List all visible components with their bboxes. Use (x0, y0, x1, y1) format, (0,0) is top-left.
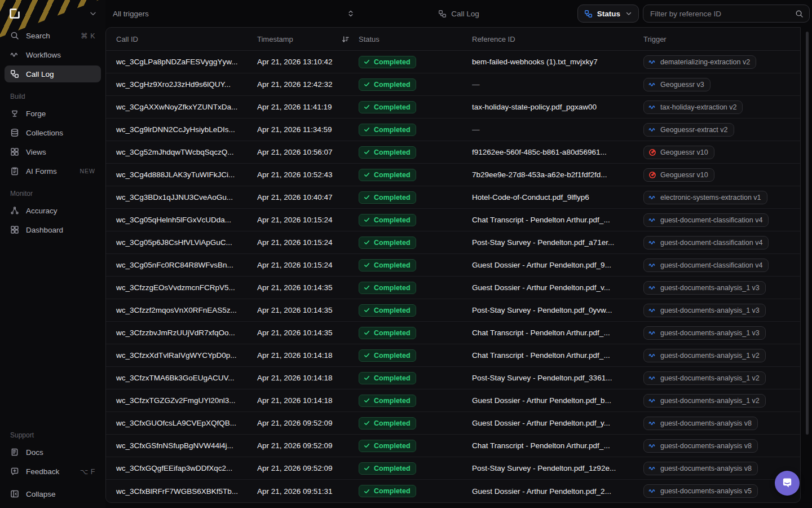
table-row[interactable]: wc_3Cg52mJhdqwTWcbqSqczQ... Apr 21, 2026… (106, 141, 800, 164)
table-row[interactable]: wc_3CfzzgEOsVvdzmcnFCRpV5... Apr 21, 202… (106, 277, 800, 299)
trigger-badge[interactable]: guest-documents-analysis_1 v3 (643, 281, 766, 295)
check-icon (363, 126, 370, 133)
status-badge: Completed (359, 124, 416, 136)
sidebar-item-forge[interactable]: Forge (5, 105, 101, 122)
trigger-badge[interactable]: guest-documents-analysis v8 (643, 417, 758, 430)
sidebar-item-accuracy[interactable]: Accuracy (5, 202, 101, 219)
table-row[interactable]: wc_3Cg9lrDNN2CcJyHsiybLeDIs... Apr 21, 2… (106, 119, 800, 141)
workspace-chevron-down-icon[interactable] (89, 9, 98, 18)
table-row[interactable]: wc_3CfxGQgfEEifap3wDDfXqc2... Apr 21, 20… (106, 457, 800, 480)
table-row[interactable]: wc_3CgHz9Xro2J3zHd9s6lQUY... Apr 21, 202… (106, 73, 800, 96)
reference-id-cell: Chat Transcript - Pendelton Arthur.pdf_.… (472, 351, 643, 360)
table-row[interactable]: wc_3Cg3BDx1qJJNU3CveAoGu... Apr 21, 2026… (106, 186, 800, 209)
trigger-badge[interactable]: guest-documents-analysis_1 v2 (643, 394, 766, 408)
status-badge: Completed (359, 214, 416, 226)
table-row[interactable]: wc_3CfzxXdTvlRaIVgWYCYpD0p... Apr 21, 20… (106, 344, 800, 367)
check-icon (363, 374, 370, 382)
column-header-status[interactable]: Status (359, 28, 472, 50)
column-header-timestamp[interactable]: Timestamp (257, 28, 359, 50)
column-header-reference-id[interactable]: Reference ID (472, 28, 643, 50)
trigger-cell: Geoguessr v3 (643, 78, 800, 91)
sidebar-item-feedback[interactable]: Feedback ⌥ F (5, 463, 101, 480)
table-body: wc_3CgLPa8pNDZaFESVyggYyw... Apr 21, 202… (106, 51, 800, 502)
table-row[interactable]: wc_3CgAXXwNoyZfkxYZUNTxDa... Apr 21, 202… (106, 96, 800, 119)
trigger-badge[interactable]: guest-documents-analysis_1 v2 (643, 371, 766, 385)
table-row[interactable]: wc_3Cg05p6J8CsHfVLViApGuC... Apr 21, 202… (106, 231, 800, 254)
table-row[interactable]: wc_3CfzxTGZGZv2FmgUYl20nl3... Apr 21, 20… (106, 389, 800, 412)
trigger-badge[interactable]: guest-documents-analysis v8 (643, 462, 758, 475)
trigger-badge[interactable]: electronic-systems-extraction v1 (643, 191, 767, 204)
table-row[interactable]: wc_3Cg05qHelnh5lFGxVcUDda... Apr 21, 202… (106, 209, 800, 231)
trigger-badge[interactable]: guest-documents-analysis v8 (643, 439, 758, 453)
reference-filter-input[interactable] (650, 10, 795, 18)
sidebar-item-call-log[interactable]: Call Log (5, 65, 101, 82)
table-row[interactable]: wc_3CfxGUOfcsLA9CVEpXQfQB... Apr 21, 202… (106, 412, 800, 435)
sidebar-item-dashboard[interactable]: Dashboard (5, 221, 101, 238)
call-id-cell: wc_3CfzzgEOsVvdzmcnFCRpV5... (116, 283, 257, 292)
sidebar-item-search[interactable]: Search ⌘ K (5, 27, 101, 44)
column-header-call-id[interactable]: Call ID (116, 28, 257, 50)
call-id-cell: wc_3CfzxXdTvlRaIVgWYCYpD0p... (116, 351, 257, 360)
trigger-badge[interactable]: guest-documents-analysis_1 v3 (643, 326, 766, 340)
trigger-badge[interactable]: Geoguessr v3 (643, 78, 710, 91)
reference-id-cell: f91262ee-560f-485c-b861-a80d56961... (472, 148, 643, 156)
waveform-icon (648, 81, 656, 89)
chat-bubble-icon (781, 477, 793, 489)
waveform-icon (648, 306, 656, 314)
sidebar-item-docs[interactable]: Docs (5, 444, 101, 461)
trigger-badge[interactable]: dematerializing-extraction v2 (643, 55, 756, 69)
status-badge: Completed (359, 372, 416, 384)
trigger-badge[interactable]: Geoguessr v10 (643, 146, 714, 159)
sidebar-item-workflows[interactable]: Workflows (5, 46, 101, 63)
table-row[interactable]: wc_3CgLPa8pNDZaFESVyggYyw... Apr 21, 202… (106, 51, 800, 73)
trigger-cell: electronic-systems-extraction v1 (643, 191, 800, 204)
nodes-icon (10, 69, 19, 78)
check-icon (363, 442, 370, 449)
status-badge: Completed (359, 485, 416, 497)
timestamp-cell: Apr 21, 2026 11:41:19 (257, 103, 359, 111)
shortcut-hint: ⌥ F (80, 467, 95, 476)
table-row[interactable]: wc_3Cg05nFc0RC84R8WFvsBn... Apr 21, 2026… (106, 254, 800, 277)
anvil-icon (10, 109, 19, 118)
status-badge: Completed (359, 327, 416, 339)
trigger-badge[interactable]: guest-document-classification v4 (643, 213, 769, 227)
waveform-icon (648, 419, 656, 427)
trigger-badge[interactable]: tax-holiday-extraction v2 (643, 100, 743, 114)
trigger-cell: guest-documents-analysis v8 (643, 462, 800, 475)
table-row[interactable]: wc_3CfxBlRFrF7WGBS6XBKf5Tb... Apr 21, 20… (106, 480, 800, 502)
waveform-icon (648, 194, 656, 202)
status-badge: Completed (359, 259, 416, 271)
sidebar-item-ai-forms[interactable]: AI Forms NEW (5, 163, 101, 179)
table-row[interactable]: wc_3CfzxTMA6Bk3GoEUgACUV... Apr 21, 2026… (106, 367, 800, 389)
app-logo[interactable] (8, 7, 21, 20)
chat-support-button[interactable] (775, 471, 800, 496)
table-row[interactable]: wc_3CfzzbvJmRzUUjVdR7xfqOo... Apr 21, 20… (106, 322, 800, 344)
trigger-badge[interactable]: guest-documents-analysis_1 v2 (643, 349, 766, 362)
table-row[interactable]: wc_3Cfzzf2mqosVnX0RFnEAS5z... Apr 21, 20… (106, 299, 800, 322)
column-header-trigger[interactable]: Trigger (643, 28, 800, 50)
status-filter-button[interactable]: Status (577, 5, 639, 23)
section-label-monitor: Monitor (0, 182, 105, 202)
trigger-badge[interactable]: Geoguessr v10 (643, 168, 714, 182)
sidebar-item-collections[interactable]: Collections (5, 124, 101, 141)
vertical-scrollbar[interactable] (806, 32, 809, 435)
database-icon (10, 128, 19, 137)
trigger-filter-select[interactable]: All triggers (113, 0, 361, 27)
search-icon (795, 10, 804, 18)
trigger-cell: dematerializing-extraction v2 (643, 55, 800, 69)
sort-descending-icon[interactable] (341, 35, 350, 43)
trigger-cell: tax-holiday-extraction v2 (643, 100, 800, 114)
trigger-badge[interactable]: guest-documents-analysis_1 v3 (643, 304, 766, 317)
sidebar-item-collapse[interactable]: Collapse (5, 485, 101, 502)
trigger-badge[interactable]: guest-document-classification v4 (643, 236, 769, 249)
check-icon (363, 306, 370, 314)
trigger-badge[interactable]: Geoguessr-extract v2 (643, 123, 734, 137)
sidebar-item-views[interactable]: Views (5, 143, 101, 160)
trigger-badge[interactable]: guest-documents-analysis v5 (643, 484, 758, 498)
trigger-cell: guest-documents-analysis v8 (643, 439, 800, 453)
table-row[interactable]: wc_3CfxGSfnNSfupBgNVW44l4j... Apr 21, 20… (106, 435, 800, 457)
trigger-badge[interactable]: guest-document-classification v4 (643, 259, 769, 272)
reference-id-cell: Hotel-Code-of-Conduct.pdf_9lflyp6 (472, 193, 643, 202)
table-row[interactable]: wc_3Cg4d888JLAK3yTuWIFkJCi... Apr 21, 20… (106, 164, 800, 186)
check-icon (363, 352, 370, 359)
